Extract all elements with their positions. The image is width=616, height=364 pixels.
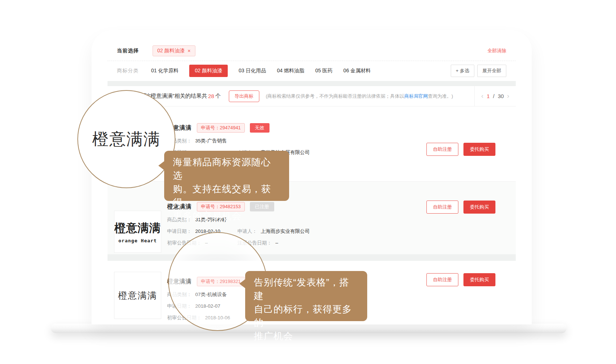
filter-panel: 当前选择 02 颜料油漆 × 全部清除 商标分类 01 化学原料 02 颜料油漆…	[108, 41, 516, 81]
clear-all-button[interactable]: 全部清除	[487, 48, 506, 54]
apply-date-label: 申请日期：	[167, 228, 192, 234]
export-trademarks-button[interactable]: 导出商标	[229, 90, 259, 102]
application-no-tag-1: 申请号：29474941	[197, 123, 245, 133]
current-selection-row: 当前选择 02 颜料油漆 × 全部清除	[108, 41, 516, 61]
row-1-title-line: 橙意满满 申请号：29474941 无效	[167, 123, 516, 133]
chip-close-icon[interactable]: ×	[187, 48, 190, 54]
row-divider	[108, 254, 516, 261]
apply-date-label: 申请日期：	[167, 303, 192, 309]
callout-arrow-left-icon	[158, 161, 165, 170]
page: 当前选择 02 颜料油漆 × 全部清除 商标分类 01 化学原料 02 颜料油漆…	[0, 0, 616, 364]
current-page: 1	[487, 93, 490, 99]
magnified-trademark-text: 橙意满满	[92, 128, 161, 150]
row-1-actions: 自助注册 委托购买	[426, 143, 495, 156]
trademark-name-3[interactable]: 橙意满满	[167, 278, 192, 286]
trademark-logo-text-2: 橙意满满	[114, 221, 161, 236]
page-separator: /	[493, 93, 494, 99]
pagination: ‹ 1 / 30 ›	[474, 86, 516, 106]
category-item-02-selected[interactable]: 02 颜料油漆	[189, 65, 227, 77]
disclaimer-text-after: 查询为准。)	[428, 93, 453, 99]
callout-bubble-marketplace: 海量精品商标资源随心选 购。支持在线交易，获得 更多的交易机会	[164, 151, 289, 201]
category-field-value: 07类-机械设备	[195, 292, 227, 297]
trademark-logo-text-3: 橙意满满	[118, 290, 157, 302]
callout-arrow-left-icon	[239, 279, 246, 288]
app-no-label-3: 申请号：	[201, 279, 220, 284]
row-2-actions: 自助注册 委托购买	[426, 201, 495, 214]
entrust-buy-button-2[interactable]: 委托购买	[463, 201, 495, 214]
category-label: 商标分类	[117, 68, 139, 74]
trademark-office-link[interactable]: 商标局官网	[404, 93, 428, 99]
callout-2-line-3: 推广机会	[254, 329, 358, 343]
self-register-button-2[interactable]: 自助注册	[426, 201, 458, 214]
selected-filter-chip-label: 02 颜料油漆	[157, 48, 185, 54]
category-item-04[interactable]: 04 燃料油脂	[277, 68, 304, 74]
disclaimer-text-before: (商标检索结果仅供参考，不作为商标能否注册的法律依据；具体以	[266, 93, 404, 99]
category-row: 商标分类 01 化学原料 02 颜料油漆 03 日化用品 04 燃料油脂 05 …	[108, 61, 516, 81]
multi-select-button[interactable]: + 多选	[451, 65, 474, 77]
results-summary: 共为您检索到“橙意满满”相关的结果共 28 个 导出商标 (商标检索结果仅供参考…	[108, 86, 474, 106]
app-no-label-1: 申请号：	[201, 125, 220, 130]
app-no-value-3: 29198321	[220, 279, 241, 284]
results-disclaimer: (商标检索结果仅供参考，不作为商标能否注册的法律依据；具体以商标局官网查询为准。…	[266, 93, 453, 100]
row-3-actions: 自助注册 委托购买	[426, 273, 495, 286]
total-pages: 30	[498, 93, 504, 99]
row-2-publication-line: 初审公告日期：– 注册公告日期：–	[167, 240, 516, 246]
entrust-buy-button-1[interactable]: 委托购买	[463, 143, 495, 156]
self-register-button-1[interactable]: 自助注册	[426, 143, 458, 156]
first-publication-value: –	[205, 240, 208, 246]
callout-bubble-promotion: 告别传统“发表格”，搭建 自己的标行，获得更多的 推广机会	[245, 271, 367, 321]
expand-all-button[interactable]: 展开全部	[477, 65, 506, 77]
magnifier-circle-1: 橙意满满	[77, 90, 175, 188]
category-item-06[interactable]: 06 金属材料	[343, 68, 370, 74]
category-field-value: 35类-广告销售	[195, 138, 227, 143]
trademark-logo-subtext-2: orange Heart	[118, 238, 157, 243]
reg-publication-value: –	[275, 240, 278, 246]
prev-page-arrow[interactable]: ‹	[481, 92, 483, 100]
category-field-label: 商品类别：	[167, 292, 192, 297]
callout-2-line-1: 告别传统“发表格”，搭建	[254, 276, 358, 303]
row-2-date-line: 申请日期：2018-02-10 申请人：上海雨步实业有限公司	[167, 228, 516, 235]
category-items: 01 化学原料 02 颜料油漆 03 日化用品 04 燃料油脂 05 医药 06…	[151, 65, 371, 77]
category-item-01[interactable]: 01 化学原料	[151, 68, 178, 74]
apply-date-value: 2018-02-10	[195, 228, 220, 234]
first-publication-value: 2018-10-06	[205, 315, 230, 320]
status-badge-invalid: 无效	[250, 123, 270, 133]
callout-1-line-1: 海量精品商标资源随心选	[173, 155, 280, 182]
app-no-value-1: 29474941	[220, 125, 241, 130]
trademark-image-3: 橙意满满	[114, 272, 161, 319]
results-summary-suffix: 个	[215, 93, 221, 100]
self-register-button-3[interactable]: 自助注册	[426, 273, 458, 286]
category-item-05[interactable]: 05 医药	[315, 68, 332, 74]
trademark-image-2: 橙意满满 orange Heart	[114, 211, 161, 253]
callout-2-line-2: 自己的标行，获得更多的	[254, 303, 358, 329]
results-header: 共为您检索到“橙意满满”相关的结果共 28 个 导出商标 (商标检索结果仅供参考…	[108, 86, 516, 106]
first-publication-label: 初审公告日期：	[167, 315, 202, 320]
application-no-tag-3: 申请号：29198321	[197, 277, 245, 286]
selected-filter-chip[interactable]: 02 颜料油漆 ×	[153, 45, 195, 56]
first-publication-label: 初审公告日期：	[167, 240, 202, 246]
callout-1-line-2: 购。支持在线交易，获得	[173, 182, 280, 209]
entrust-buy-button-3[interactable]: 委托购买	[463, 273, 495, 286]
applicant-value: 上海雨步实业有限公司	[261, 228, 310, 234]
results-count: 28	[208, 93, 214, 99]
applicant-label: 申请人：	[238, 228, 257, 234]
next-page-arrow[interactable]: ›	[507, 92, 509, 100]
category-actions: + 多选 展开全部	[451, 65, 506, 77]
callout-1-line-3: 更多的交易机会	[173, 209, 280, 223]
reg-publication-label: 注册公告日期：	[238, 240, 272, 246]
apply-date-value: 2018-02-07	[195, 303, 220, 309]
current-selection-label: 当前选择	[117, 48, 139, 54]
category-item-03[interactable]: 03 日化用品	[239, 68, 266, 74]
